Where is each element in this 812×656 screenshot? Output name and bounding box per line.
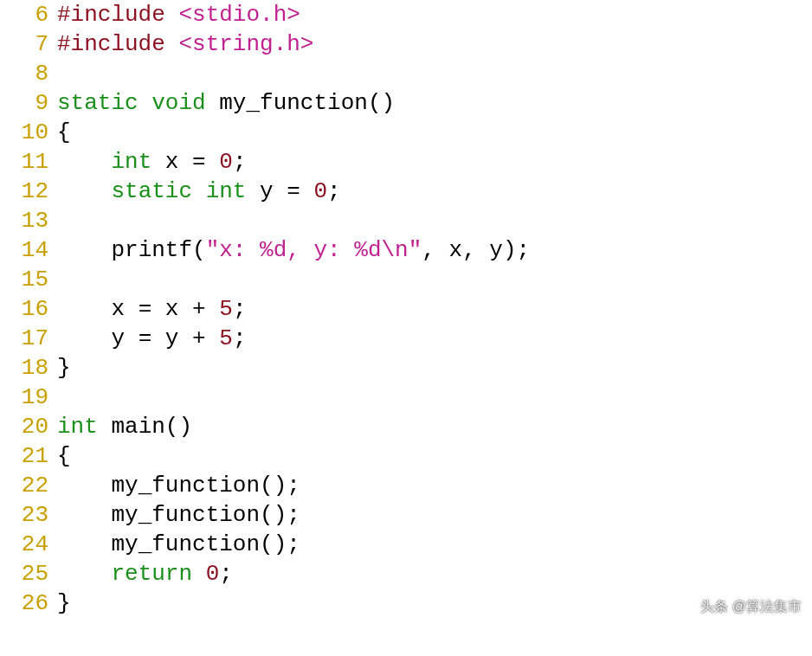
line-number: 16 <box>0 294 57 324</box>
line-number: 20 <box>0 412 57 441</box>
code-content: x = x + 5; <box>57 294 812 324</box>
code-line: 21{ <box>0 441 812 471</box>
line-number: 19 <box>0 383 57 412</box>
line-number: 6 <box>0 0 57 29</box>
code-content: #include <string.h> <box>57 29 812 59</box>
line-number: 7 <box>0 29 57 59</box>
code-content: y = y + 5; <box>57 324 812 353</box>
line-number: 22 <box>0 471 57 500</box>
line-number: 17 <box>0 324 57 353</box>
code-line: 19 <box>0 383 812 412</box>
code-line: 25 return 0; <box>0 559 812 588</box>
code-line: 6#include <stdio.h> <box>0 0 812 29</box>
code-line: 18} <box>0 353 812 383</box>
code-line: 13 <box>0 206 812 235</box>
code-line: 14 printf("x: %d, y: %d\n", x, y); <box>0 235 812 265</box>
line-number: 13 <box>0 206 57 235</box>
line-number: 9 <box>0 88 57 118</box>
code-content: my_function(); <box>57 500 812 530</box>
line-number: 11 <box>0 147 57 177</box>
code-line: 9static void my_function() <box>0 88 812 118</box>
code-content: my_function(); <box>57 530 812 559</box>
line-number: 26 <box>0 588 57 618</box>
line-number: 10 <box>0 118 57 147</box>
code-line: 12 static int y = 0; <box>0 177 812 206</box>
line-number: 25 <box>0 559 57 588</box>
code-content: static void my_function() <box>57 88 812 118</box>
code-line: 15 <box>0 265 812 294</box>
code-editor: 6#include <stdio.h>7#include <string.h>8… <box>0 0 812 618</box>
line-number: 21 <box>0 441 57 471</box>
line-number: 12 <box>0 177 57 206</box>
code-content: { <box>57 441 812 471</box>
code-line: 7#include <string.h> <box>0 29 812 59</box>
code-content: static int y = 0; <box>57 177 812 206</box>
line-number: 23 <box>0 500 57 530</box>
code-line: 16 x = x + 5; <box>0 294 812 324</box>
code-content: } <box>57 353 812 383</box>
code-line: 17 y = y + 5; <box>0 324 812 353</box>
code-content: int x = 0; <box>57 147 812 177</box>
code-line: 11 int x = 0; <box>0 147 812 177</box>
line-number: 18 <box>0 353 57 383</box>
line-number: 15 <box>0 265 57 294</box>
code-line: 8 <box>0 59 812 88</box>
code-line: 23 my_function(); <box>0 500 812 530</box>
code-content: #include <stdio.h> <box>57 0 812 29</box>
code-content <box>57 206 812 235</box>
code-content <box>57 383 812 412</box>
code-content: printf("x: %d, y: %d\n", x, y); <box>57 235 812 265</box>
code-line: 10{ <box>0 118 812 147</box>
code-content: return 0; <box>57 559 812 588</box>
code-line: 22 my_function(); <box>0 471 812 500</box>
code-content <box>57 59 812 88</box>
code-content: int main() <box>57 412 812 441</box>
line-number: 24 <box>0 530 57 559</box>
code-content: { <box>57 118 812 147</box>
line-number: 8 <box>0 59 57 88</box>
line-number: 14 <box>0 235 57 265</box>
code-content: } <box>57 588 812 618</box>
code-content <box>57 265 812 294</box>
code-line: 24 my_function(); <box>0 530 812 559</box>
code-line: 20int main() <box>0 412 812 441</box>
code-line: 26} <box>0 588 812 618</box>
code-content: my_function(); <box>57 471 812 500</box>
